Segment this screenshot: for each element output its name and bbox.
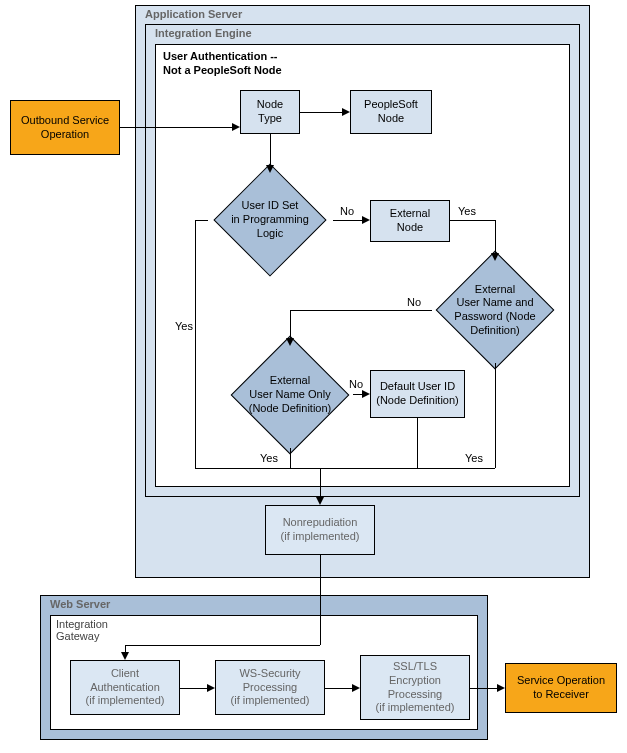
arrowhead-icon [121, 652, 129, 660]
outbound-label: Outbound Service Operation [11, 114, 119, 142]
arrowhead-icon [342, 108, 350, 116]
edge-extunpw-yes-label: Yes [465, 452, 483, 464]
edge-userid-yes-label: Yes [175, 320, 193, 332]
peoplesoft-node-label: PeopleSoft Node [364, 98, 418, 126]
arrowhead-icon [232, 123, 240, 131]
ext-un-only-label: External User Name Only (Node Definition… [249, 374, 332, 415]
edge-extunpw-no-h [290, 310, 432, 311]
edge-extunonly-yes [290, 448, 291, 468]
integration-engine-label: Integration Engine [155, 27, 252, 39]
userid-set-label: User ID Set in Programming Logic [231, 199, 309, 240]
arrowhead-icon [352, 684, 360, 692]
outbound-service-operation: Outbound Service Operation [10, 100, 120, 155]
edge-userid-yes [195, 220, 196, 468]
userid-set-decision: User ID Set in Programming Logic [205, 170, 335, 270]
edge-ssl-receiver [470, 688, 497, 689]
ws-security-processing: WS-Security Processing (if implemented) [215, 660, 325, 715]
edge-extunpw-no-label: No [407, 296, 421, 308]
web-server-label: Web Server [50, 598, 110, 610]
edge-extnode-yes-v [495, 220, 496, 255]
edge-merge-nonrep [320, 468, 321, 497]
edge-userid-no [333, 220, 363, 221]
arrowhead-icon [266, 165, 274, 173]
edge-extnode-yes-h [450, 220, 495, 221]
receiver-label: Service Operation to Receiver [517, 674, 605, 702]
ext-un-pw-label: External User Name and Password (Node De… [454, 283, 535, 338]
user-auth-title: User Authentication -- Not a PeopleSoft … [163, 50, 282, 78]
external-node-label: External Node [390, 207, 430, 235]
ext-un-pw-decision: External User Name and Password (Node De… [430, 255, 560, 365]
edge-userid-yes-h0 [195, 220, 208, 221]
arrowhead-icon [362, 216, 370, 224]
ws-security-processing-label: WS-Security Processing (if implemented) [231, 667, 310, 708]
external-node: External Node [370, 200, 450, 242]
node-type-label: Node Type [257, 98, 283, 126]
default-user-id: Default User ID (Node Definition) [370, 370, 465, 418]
edge-nonrep-h [125, 645, 320, 646]
edge-extunonly-no-label: No [349, 378, 363, 390]
edge-extnode-yes-label: Yes [458, 205, 476, 217]
edge-defaultuserid-down [417, 418, 418, 468]
nonrepudiation-label: Nonrepudiation (if implemented) [281, 516, 360, 544]
nonrepudiation: Nonrepudiation (if implemented) [265, 505, 375, 555]
ssl-tls-processing-label: SSL/TLS Encryption Processing (if implem… [376, 660, 455, 715]
application-server-label: Application Server [145, 8, 242, 20]
arrowhead-icon [497, 684, 505, 692]
arrowhead-icon [286, 338, 294, 346]
client-authentication: Client Authentication (if implemented) [70, 660, 180, 715]
arrowhead-icon [316, 497, 324, 505]
edge-nodetype-userid [270, 134, 271, 167]
arrowhead-icon [362, 390, 370, 398]
edge-nodetype-peoplesoft [300, 112, 342, 113]
arrowhead-icon [207, 684, 215, 692]
edge-clientauth-ws [180, 688, 207, 689]
edge-outbound-nodetype [120, 127, 232, 128]
client-authentication-label: Client Authentication (if implemented) [86, 667, 165, 708]
arrowhead-icon [491, 253, 499, 261]
edge-extunonly-yes-label: Yes [260, 452, 278, 464]
ext-un-only-decision: External User Name Only (Node Definition… [225, 340, 355, 450]
edge-extunpw-yes [495, 363, 496, 468]
node-type: Node Type [240, 90, 300, 134]
edge-merge [195, 468, 495, 469]
default-user-id-label: Default User ID (Node Definition) [376, 380, 459, 408]
edge-ws-ssl [325, 688, 352, 689]
service-operation-to-receiver: Service Operation to Receiver [505, 663, 617, 713]
peoplesoft-node: PeopleSoft Node [350, 90, 432, 134]
edge-userid-no-label: No [340, 205, 354, 217]
edge-nonrep-down1 [320, 555, 321, 645]
integration-gateway-label: Integration Gateway [56, 618, 108, 642]
edge-extunpw-no-v [290, 310, 291, 340]
ssl-tls-processing: SSL/TLS Encryption Processing (if implem… [360, 655, 470, 720]
